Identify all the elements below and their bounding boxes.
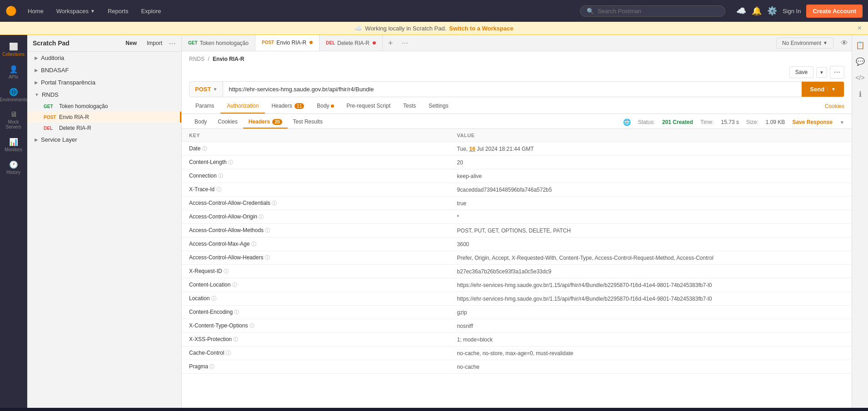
sidebar-actions: New Import ⋯ [122,39,176,48]
sidebar-item-environments[interactable]: 🌐 Environments [2,84,25,106]
req-tab-authorization[interactable]: Authorization [220,99,265,114]
banner-text: Working locally in Scratch Pad. [365,25,446,32]
save-button[interactable]: Save [789,66,813,78]
tree-label: Token homologação [59,103,108,109]
sign-in-btn[interactable]: Sign In [783,8,801,15]
header-value: keep-alive [450,169,852,183]
sidebar-title: Scratch Pad [33,40,70,47]
req-tab-pre-request[interactable]: Pre-request Script [340,99,397,114]
table-row: Content-Length ⓘ20 [182,156,852,169]
url-bar: POST ▼ Send ▼ [189,81,844,97]
tabs-bar: GET Token homologação POST Envio RIA-R D… [182,35,852,51]
send-button[interactable]: Send ▼ [802,82,844,97]
info-icon[interactable]: ℹ [854,88,867,100]
workspace-banner: ☁️ Working locally in Scratch Pad. Switc… [0,22,868,35]
nav-explore[interactable]: Explore [137,6,165,16]
header-key: Access-Control-Allow-Origin ⓘ [182,210,450,224]
header-key: X-Request-ID ⓘ [182,265,450,278]
nav-reports[interactable]: Reports [104,6,132,16]
top-nav: 🟠 Home Workspaces ▼ Reports Explore 🔍 ☁️… [0,0,868,22]
tab-delete-ria-r[interactable]: DEL Delete RIA-R [319,35,383,51]
search-bar[interactable]: 🔍 [580,5,725,17]
save-response-dropdown[interactable]: ▼ [840,120,844,125]
tree-label: Envio RIA-R [59,114,89,120]
table-row: Pragma ⓘno-cache [182,360,852,374]
get-method-badge: GET [44,104,56,109]
tab-token-homologacao[interactable]: GET Token homologação [182,35,255,51]
sidebar-item-apis[interactable]: 👤 APIs [2,61,25,83]
request-toolbar: Save ▼ ⋯ [189,66,844,79]
sidebar-item-mock-servers[interactable]: 🖥 Mock Servers [2,107,25,133]
sidebar-header: Scratch Pad New Import ⋯ [27,35,181,52]
resp-tab-cookies[interactable]: Cookies [212,116,243,129]
tree-item-delete-ria-r[interactable]: DEL Delete RIA-R [27,123,181,134]
tree-item-portal[interactable]: ▶ Portal Transparência [27,76,181,89]
banner-link[interactable]: Switch to a Workspace [449,25,513,32]
req-tab-headers[interactable]: Headers 11 [265,99,310,114]
add-tab-button[interactable]: + [383,35,399,51]
url-input[interactable] [223,82,802,97]
no-environment-select[interactable]: No Environment ▼ [776,38,833,49]
nav-workspaces[interactable]: Workspaces ▼ [53,6,99,16]
bell-icon[interactable]: 🔔 [752,6,762,16]
table-row: Cache-Control ⓘno-cache, no-store, max-a… [182,347,852,360]
search-icon: 🔍 [587,8,594,15]
table-row: Access-Control-Allow-Origin ⓘ* [182,210,852,224]
header-value: true [450,197,852,210]
req-tab-settings[interactable]: Settings [422,99,454,114]
send-arrow[interactable]: ▼ [827,87,836,92]
eye-icon[interactable]: 👁 [837,39,852,47]
table-row: Access-Control-Max-Age ⓘ3600 [182,238,852,251]
header-key: Access-Control-Allow-Headers ⓘ [182,251,450,265]
import-button[interactable]: Import [143,39,166,48]
globe-icon: 🌐 [623,119,631,126]
header-key: Access-Control-Allow-Credentials ⓘ [182,197,450,210]
tree-item-auditoria[interactable]: ▶ Auditoria [27,52,181,64]
chevron-right-icon: ▶ [35,80,38,85]
method-select[interactable]: POST ▼ [190,82,223,97]
table-row: Access-Control-Allow-Headers ⓘPrefer, Or… [182,251,852,265]
header-key: Content-Location ⓘ [182,278,450,292]
comment-icon[interactable]: 💬 [854,55,867,68]
gear-icon[interactable]: ⚙️ [767,6,777,16]
cookies-link[interactable]: Cookies [825,103,844,109]
req-tab-params[interactable]: Params [189,99,220,114]
save-dropdown-icon[interactable]: ▼ [816,67,827,78]
header-value: https://ehr-services-hmg.saude.gov.br/1.… [450,278,852,292]
history-label: History [6,170,20,175]
tree-item-token-homologacao[interactable]: GET Token homologação [27,101,181,112]
tab-envio-ria-r[interactable]: POST Envio RIA-R [255,35,319,51]
tree-item-envio-ria-r[interactable]: POST Envio RIA-R [27,112,181,123]
req-tab-body[interactable]: Body [310,99,340,114]
create-account-button[interactable]: Create Account [806,5,863,18]
tree-item-rnds[interactable]: ▼ RNDS [27,89,181,101]
save-response-button[interactable]: Save Response [792,119,833,125]
tree-item-service-layer[interactable]: ▶ Service Layer [27,134,181,146]
resp-tab-headers[interactable]: Headers 20 [243,116,288,129]
sidebar-more-icon[interactable]: ⋯ [169,39,176,48]
sidebar-item-monitors[interactable]: 📊 Monitors [2,134,25,156]
req-tab-tests[interactable]: Tests [397,99,422,114]
tab-method-post: POST [262,40,274,45]
header-key: Access-Control-Max-Age ⓘ [182,238,450,251]
banner-close-icon[interactable]: × [858,24,862,32]
cloud-icon: ☁️ [736,6,746,16]
sidebar-item-history[interactable]: 🕐 History [2,157,25,178]
resp-tab-test-results[interactable]: Test Results [288,116,328,129]
search-input[interactable] [598,8,718,15]
new-button[interactable]: New [122,39,140,48]
resp-tab-body[interactable]: Body [189,116,212,129]
brand-logo: 🟠 [5,5,17,16]
sidebar-item-collections[interactable]: ⬜ Collections [2,39,25,60]
docs-icon[interactable]: 📋 [854,39,867,51]
code-icon[interactable]: </> [854,71,867,84]
request-more-icon[interactable]: ⋯ [830,66,844,79]
sidebar-icons: ⬜ Collections 👤 APIs 🌐 Environments 🖥 Mo… [0,35,27,408]
header-key: Connection ⓘ [182,169,450,183]
tree-label: Service Layer [41,136,77,143]
chevron-down-icon: ▼ [823,40,828,45]
more-tabs-icon[interactable]: ⋯ [398,40,412,47]
nav-home[interactable]: Home [24,6,47,16]
breadcrumb-separator: / [208,56,209,62]
tree-item-bndasaf[interactable]: ▶ BNDASAF [27,64,181,76]
